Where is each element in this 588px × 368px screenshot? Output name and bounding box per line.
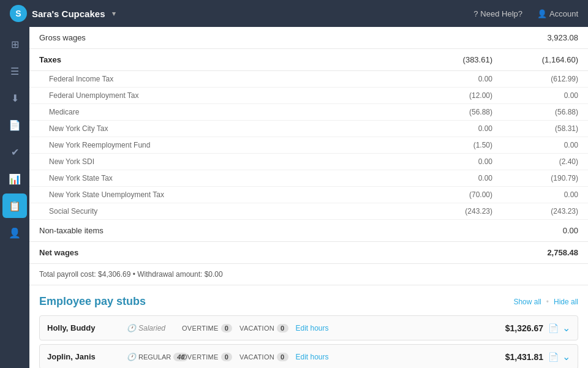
- vacation-count-joplin: 0: [277, 353, 288, 361]
- tax-detail-federal-unemployment: Federal Unemployment Tax (12.00) 0.00: [29, 88, 588, 104]
- sidebar-item-payroll[interactable]: 📋: [2, 193, 27, 218]
- tax-federal-unemployment-col2: 0.00: [529, 91, 578, 100]
- tax-detail-ny-reemployment: New York Reemployment Fund (1.50) 0.00: [29, 137, 588, 154]
- help-label: Need Help?: [480, 9, 522, 18]
- sidebar: ⊞ ☰ ⬇ 📄 ✔ 📊 📋 👤: [0, 27, 29, 368]
- account-link[interactable]: 👤 Account: [537, 9, 578, 18]
- tax-detail-social-security: Social Security (243.23) (243.23): [29, 203, 588, 220]
- actions-separator: •: [546, 298, 549, 306]
- doc-icon-holly[interactable]: 📄: [548, 323, 559, 333]
- summary-bar: Total payroll cost: $4,306.69 • Withdraw…: [29, 264, 588, 285]
- emp-name-joplin: Joplin, Janis: [47, 352, 127, 361]
- vacation-badge-holly: VACATION 0: [239, 324, 288, 332]
- emp-amount-holly: $1,326.67: [505, 323, 543, 333]
- top-nav: S Sara's Cupcakes ▾ ? Need Help? 👤 Accou…: [0, 0, 588, 27]
- tax-ny-state-label: New York State Tax: [49, 174, 113, 182]
- help-link[interactable]: ? Need Help?: [473, 9, 522, 18]
- tax-medicare-label: Medicare: [49, 108, 79, 116]
- taxes-label: Taxes: [39, 55, 61, 64]
- sidebar-item-people[interactable]: 👤: [2, 220, 27, 245]
- clock-icon-joplin: 🕐: [127, 353, 136, 361]
- doc-icon-joplin[interactable]: 📄: [548, 352, 559, 362]
- download-icon: ⬇: [11, 92, 19, 104]
- tax-ny-state-unemployment-col2: 0.00: [529, 190, 578, 199]
- vacation-count-holly: 0: [277, 324, 288, 332]
- tax-medicare-col2: (56.88): [529, 108, 578, 116]
- vacation-label-holly: VACATION: [239, 325, 274, 332]
- emp-type-joplin: 🕐 REGULAR 40: [127, 353, 182, 361]
- gross-wages-row: Gross wages 3,923.08: [29, 27, 588, 49]
- payroll-icon: 📋: [9, 200, 21, 212]
- logo-icon: S: [10, 5, 27, 22]
- tax-detail-nyc: New York City Tax 0.00 (58.31): [29, 121, 588, 137]
- tax-detail-ny-sdi: New York SDI 0.00 (2.40): [29, 154, 588, 170]
- show-all-link[interactable]: Show all: [513, 298, 541, 306]
- people-icon: 👤: [9, 227, 21, 239]
- employee-row-joplin: Joplin, Janis 🕐 REGULAR 40 OVERTIME 0 VA…: [39, 344, 578, 368]
- tax-ny-reemployment-col2: 0.00: [529, 141, 578, 149]
- paystubs-section: Employee pay stubs Show all • Hide all H…: [29, 285, 588, 368]
- edit-hours-link-joplin[interactable]: Edit hours: [296, 353, 329, 361]
- tax-ny-sdi-col2: (2.40): [529, 157, 578, 166]
- overtime-label-joplin: OVERTIME: [182, 353, 219, 361]
- nontaxable-row: Non-taxable items 0.00: [29, 220, 588, 242]
- gross-wages-value: 3,923.08: [547, 33, 578, 42]
- hide-all-link[interactable]: Hide all: [554, 298, 578, 306]
- paystubs-title: Employee pay stubs: [39, 295, 146, 308]
- overtime-count-holly: 0: [221, 324, 232, 332]
- brand-logo[interactable]: S Sara's Cupcakes ▾: [10, 5, 116, 22]
- paystubs-header: Employee pay stubs Show all • Hide all: [39, 295, 578, 308]
- checklist-icon: ✔: [11, 146, 19, 158]
- brand-chevron[interactable]: ▾: [112, 10, 116, 18]
- nontaxable-label: Non-taxable items: [39, 226, 104, 235]
- emp-type-holly: 🕐 Salaried: [127, 324, 182, 332]
- tax-ny-sdi-label: New York SDI: [49, 157, 94, 166]
- list-icon: ☰: [10, 66, 19, 77]
- tax-federal-unemployment-label: Federal Unemployment Tax: [49, 91, 139, 100]
- tax-ny-state-unemployment-label: New York State Unemployment Tax: [49, 190, 164, 199]
- taxes-col2: (1,164.60): [529, 55, 578, 64]
- emp-name-holly: Holly, Buddy: [47, 323, 127, 332]
- sidebar-item-dashboard[interactable]: ⊞: [2, 32, 27, 56]
- document-icon: 📄: [9, 119, 21, 131]
- main-layout: ⊞ ☰ ⬇ 📄 ✔ 📊 📋 👤 Gross wages 3,923.08: [0, 27, 588, 368]
- dashboard-icon: ⊞: [11, 39, 19, 50]
- tax-federal-unemployment-col1: (12.00): [443, 91, 492, 100]
- emp-badges-joplin: OVERTIME 0 VACATION 0 Edit hours: [182, 353, 505, 361]
- tax-federal-income-label: Federal Income Tax: [49, 75, 113, 83]
- tax-nyc-col2: (58.31): [529, 124, 578, 133]
- sidebar-item-list[interactable]: ☰: [2, 59, 27, 83]
- emp-badges-holly: OVERTIME 0 VACATION 0 Edit hours: [182, 324, 505, 332]
- edit-hours-link-holly[interactable]: Edit hours: [296, 324, 329, 332]
- vacation-label-joplin: VACATION: [239, 353, 274, 361]
- sidebar-item-chart[interactable]: 📊: [2, 167, 27, 191]
- taxes-section-row: Taxes (383.61) (1,164.60): [29, 49, 588, 71]
- top-nav-right: ? Need Help? 👤 Account: [473, 9, 578, 18]
- overtime-label-holly: OVERTIME: [182, 325, 219, 332]
- tax-federal-income-col2: (612.99): [529, 75, 578, 83]
- emp-amount-joplin: $1,431.81: [505, 352, 543, 362]
- nontaxable-value: 0.00: [563, 226, 578, 235]
- account-icon: 👤: [537, 9, 547, 18]
- tax-ny-reemployment-label: New York Reemployment Fund: [49, 141, 150, 149]
- overtime-badge-holly: OVERTIME 0: [182, 324, 232, 332]
- taxes-values: (383.61) (1,164.60): [443, 55, 578, 64]
- paystubs-actions: Show all • Hide all: [513, 298, 578, 306]
- expand-icon-joplin[interactable]: ⌄: [562, 351, 570, 362]
- account-label: Account: [549, 9, 578, 18]
- tax-ny-state-col1: 0.00: [443, 174, 492, 182]
- brand-name: Sara's Cupcakes: [32, 9, 105, 19]
- tax-ny-state-col2: (190.79): [529, 174, 578, 182]
- tax-ny-sdi-col1: 0.00: [443, 157, 492, 166]
- sidebar-item-document[interactable]: 📄: [2, 113, 27, 137]
- expand-icon-holly[interactable]: ⌄: [562, 322, 570, 334]
- clock-icon-holly: 🕐: [127, 324, 136, 332]
- overtime-badge-joplin: OVERTIME 0: [182, 353, 232, 361]
- tax-nyc-col1: 0.00: [443, 124, 492, 133]
- sidebar-item-download[interactable]: ⬇: [2, 86, 27, 110]
- emp-icons-holly: 📄 ⌄: [548, 322, 570, 334]
- tax-detail-ny-state-unemployment: New York State Unemployment Tax (70.00) …: [29, 187, 588, 203]
- tax-detail-medicare: Medicare (56.88) (56.88): [29, 104, 588, 121]
- sidebar-item-checklist[interactable]: ✔: [2, 140, 27, 164]
- summary-text: Total payroll cost: $4,306.69 • Withdraw…: [39, 270, 223, 279]
